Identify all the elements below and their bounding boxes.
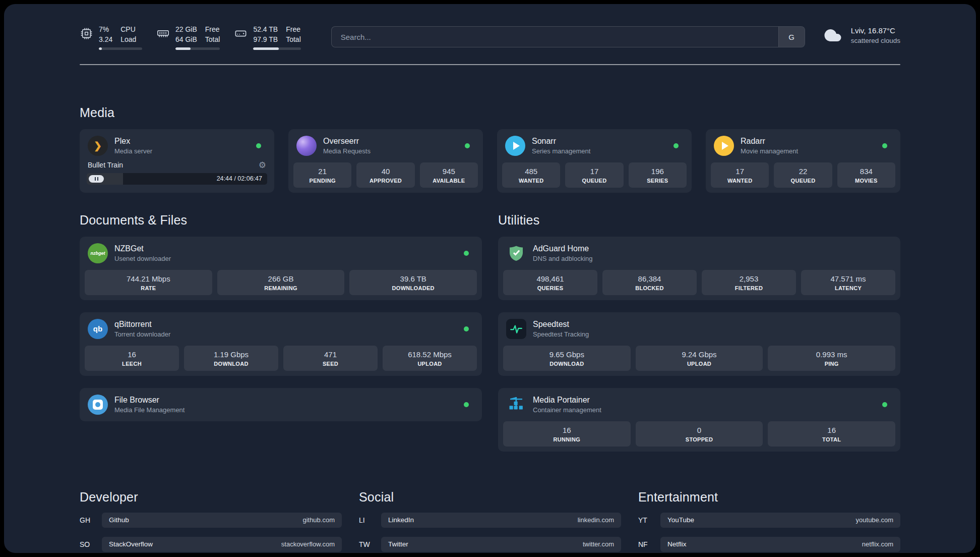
bookmark-abbr: TW — [359, 540, 377, 548]
bookmark-abbr: YT — [638, 516, 656, 524]
app-subtitle: Usenet downloader — [114, 255, 171, 262]
playback-progress-bar[interactable]: 24:44 / 02:06:47 — [87, 173, 267, 185]
search-bar: G — [331, 26, 805, 47]
sonarr-icon — [505, 136, 525, 156]
app-subtitle: Torrent downloader — [114, 330, 170, 338]
stat-ping: 0.993 ms PING — [768, 346, 895, 371]
bookmark-url: twitter.com — [583, 540, 614, 548]
stat-label: PENDING — [295, 178, 349, 184]
memory-total-label: Total — [205, 35, 220, 44]
cpu-percent-value: 7% — [99, 25, 112, 34]
overseerr-app-link[interactable]: Overseerr Media Requests — [293, 134, 478, 157]
stat-blocked: 86,384 BLOCKED — [602, 270, 697, 295]
stat-upload: 618.52 Mbps UPLOAD — [383, 346, 477, 371]
adguard-app-link[interactable]: AdGuard Home DNS and adblocking — [503, 242, 895, 265]
stat-value: 945 — [422, 167, 476, 176]
stat-label: QUEUED — [776, 178, 830, 184]
stat-value: 16 — [87, 350, 177, 359]
top-bar: 7% 3.24 CPU Load — [80, 25, 900, 50]
app-subtitle: Media Requests — [323, 147, 371, 155]
stat-download: 1.19 Gbps DOWNLOAD — [184, 346, 278, 371]
documents-column: Documents & Files nzbget NZBGet Usenet d… — [80, 213, 482, 452]
stat-label: REMAINING — [219, 285, 343, 291]
stat-label: WANTED — [713, 178, 767, 184]
gear-icon[interactable]: ⚙ — [259, 161, 266, 170]
bookmark-netflix[interactable]: NF Netflix netflix.com — [638, 537, 900, 552]
stat-label: RATE — [87, 285, 210, 291]
search-input[interactable] — [332, 27, 778, 47]
filebrowser-icon — [88, 395, 108, 415]
disk-icon — [234, 27, 248, 50]
cpu-label: CPU — [120, 25, 136, 34]
stat-filtered: 2,953 FILTERED — [702, 270, 796, 295]
stat-value: 2,953 — [704, 274, 794, 283]
stat-value: 21 — [295, 167, 349, 176]
stat-value: 196 — [631, 167, 685, 176]
stat-value: 16 — [770, 426, 893, 434]
app-subtitle: Media File Management — [114, 406, 185, 414]
cpu-widget: 7% 3.24 CPU Load — [80, 25, 142, 50]
bookmark-youtube[interactable]: YT YouTube youtube.com — [638, 513, 900, 528]
bookmark-stackoverflow[interactable]: SO StackOverflow stackoverflow.com — [80, 537, 342, 552]
filebrowser-app-link[interactable]: File Browser Media File Management — [85, 393, 477, 416]
qbittorrent-icon: qb — [88, 319, 108, 339]
card-plex: ❯ Plex Media server Bullet Train ⚙ 24:44… — [80, 129, 274, 193]
cpu-icon — [80, 27, 93, 50]
plex-app-link[interactable]: ❯ Plex Media server — [85, 134, 269, 157]
bookmark-name: LinkedIn — [388, 516, 414, 524]
stat-label: FILTERED — [704, 285, 794, 291]
portainer-app-link[interactable]: Media Portainer Container management — [503, 393, 895, 416]
bookmark-name: Github — [109, 516, 129, 524]
search-provider-button[interactable]: G — [778, 27, 805, 47]
bookmark-linkedin[interactable]: LI LinkedIn linkedin.com — [359, 513, 621, 528]
card-qbittorrent: qb qBittorrent Torrent downloader 16 LEE… — [80, 312, 482, 376]
stat-label: QUERIES — [505, 285, 595, 291]
stat-rate: 744.21 Mbps RATE — [85, 270, 212, 295]
stat-approved: 40 APPROVED — [356, 162, 414, 188]
stat-queries: 498,461 QUERIES — [503, 270, 597, 295]
memory-usage-bar — [175, 47, 220, 50]
stat-queued: 17 QUEUED — [565, 162, 623, 188]
stat-value: 834 — [839, 167, 893, 176]
disk-free-label: Free — [286, 25, 301, 34]
stat-leech: 16 LEECH — [85, 346, 179, 371]
stat-stopped: 0 STOPPED — [636, 421, 763, 447]
pause-icon[interactable] — [89, 175, 104, 183]
qbittorrent-stats: 16 LEECH 1.19 Gbps DOWNLOAD 471 SEED 6 — [85, 346, 477, 371]
stat-remaining: 266 GB REMAINING — [217, 270, 345, 295]
stat-label: APPROVED — [358, 178, 412, 184]
weather-widget: Lviv, 16.87°C scattered clouds — [821, 26, 900, 44]
stat-available: 945 AVAILABLE — [420, 162, 478, 188]
status-dot — [464, 326, 469, 331]
status-dot — [882, 402, 887, 407]
stat-value: 9.24 Gbps — [638, 350, 761, 359]
portainer-icon — [506, 395, 526, 415]
bookmark-group-developer: Developer GH Github github.com SO StackO… — [80, 490, 342, 553]
bookmark-twitter[interactable]: TW Twitter twitter.com — [359, 537, 621, 552]
memory-total-value: 64 GiB — [175, 35, 197, 44]
nzbget-app-link[interactable]: nzbget NZBGet Usenet downloader — [85, 242, 477, 265]
app-subtitle: Movie management — [741, 147, 798, 155]
cpu-load-value: 3.24 — [99, 35, 112, 44]
radarr-stats: 17 WANTED 22 QUEUED 834 MOVIES — [711, 162, 895, 188]
speedtest-app-link[interactable]: Speedtest Speedtest Tracking — [503, 317, 895, 341]
stat-upload: 9.24 Gbps UPLOAD — [636, 346, 763, 371]
disk-total-label: Total — [286, 35, 301, 44]
adguard-icon — [506, 243, 526, 263]
sonarr-app-link[interactable]: Sonarr Series management — [502, 134, 687, 157]
bookmark-github[interactable]: GH Github github.com — [80, 513, 342, 528]
stat-label: LEECH — [87, 361, 177, 367]
bookmark-name: StackOverflow — [109, 540, 153, 548]
bookmark-abbr: LI — [359, 516, 377, 524]
stat-value: 22 — [776, 167, 830, 176]
stat-value: 0 — [638, 426, 761, 434]
bookmark-url: github.com — [302, 516, 335, 524]
stat-value: 498,461 — [505, 274, 595, 283]
cpu-usage-bar — [99, 47, 142, 50]
qbittorrent-app-link[interactable]: qb qBittorrent Torrent downloader — [85, 317, 477, 341]
stat-value: 9.65 Gbps — [505, 350, 629, 359]
app-name: AdGuard Home — [533, 244, 593, 253]
cloud-icon — [821, 26, 844, 44]
radarr-app-link[interactable]: Radarr Movie management — [711, 134, 895, 157]
app-name: NZBGet — [114, 244, 171, 253]
